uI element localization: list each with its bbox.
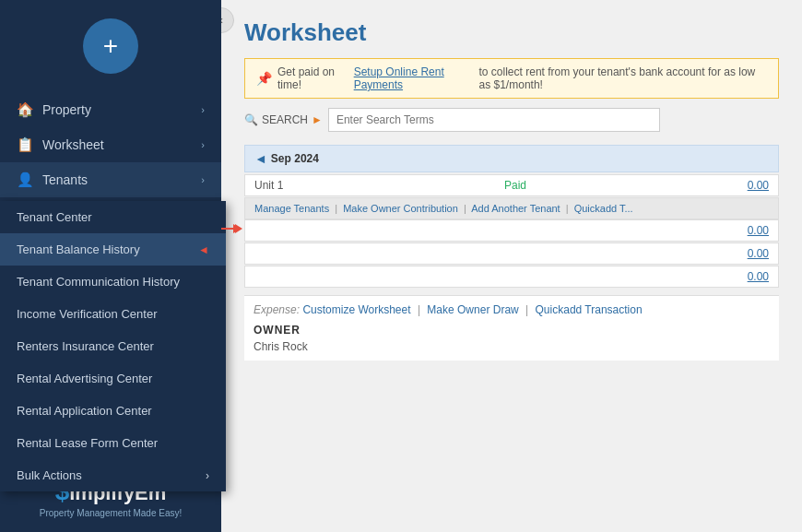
data-row-4: 0.00	[244, 266, 779, 288]
red-arrow-indicator	[221, 228, 235, 230]
prev-month-button[interactable]: ◄	[254, 151, 267, 166]
sidebar-item-tenants[interactable]: 👤 Tenants ›	[0, 162, 221, 197]
amount-link-4[interactable]: 0.00	[748, 270, 769, 283]
search-icon: 🔍	[244, 113, 258, 126]
add-another-tenant-link[interactable]: Add Another Tenant	[471, 203, 560, 214]
chevron-right-icon: ›	[201, 104, 205, 115]
sidebar-item-label: Worksheet	[42, 137, 104, 152]
alert-text: Get paid on time!	[277, 65, 348, 91]
owner-name: Chris Rock	[254, 340, 770, 353]
owner-section: OWNER Chris Rock	[254, 324, 770, 353]
owner-section-label: OWNER	[254, 324, 770, 337]
expense-label: Expense:	[254, 303, 300, 316]
amount-link-2[interactable]: 0.00	[748, 224, 769, 237]
sidebar-item-worksheet[interactable]: 📋 Worksheet ›	[0, 127, 221, 162]
data-row-3: 0.00	[244, 242, 779, 265]
home-icon: 🏠	[17, 101, 33, 118]
make-owner-contribution-link[interactable]: Make Owner Contribution	[343, 203, 458, 214]
dropdown-item-rental-advertising[interactable]: Rental Advertising Center	[0, 362, 226, 395]
search-input[interactable]	[328, 108, 660, 132]
sidebar-item-property[interactable]: 🏠 Property ›	[0, 92, 221, 127]
dropdown-item-income-verification[interactable]: Income Verification Center	[0, 298, 226, 330]
action-links-row: Manage Tenants | Make Owner Contribution…	[244, 197, 779, 219]
dropdown-item-rental-lease-form[interactable]: Rental Lease Form Center	[0, 427, 226, 459]
search-arrow: ►	[312, 113, 323, 126]
month-label: Sep 2024	[271, 152, 319, 165]
tenants-dropdown: Tenant Center Tenant Balance History ◄ T…	[0, 201, 226, 491]
tenants-icon: 👤	[17, 171, 33, 188]
data-row-2: 0.00	[244, 219, 779, 242]
main-content: ‹ Worksheet 📌 Get paid on time! Setup On…	[221, 0, 802, 532]
manage-tenants-link[interactable]: Manage Tenants	[254, 203, 329, 214]
dropdown-item-tenant-communication-history[interactable]: Tenant Communication History	[0, 266, 226, 298]
chevron-right-icon: ›	[201, 139, 205, 150]
chevron-right-icon: ›	[201, 174, 205, 185]
add-button[interactable]: +	[83, 18, 138, 74]
amount-link[interactable]: 0.00	[748, 179, 769, 192]
expense-links: Expense: Customize Worksheet | Make Owne…	[254, 303, 770, 316]
worksheet-icon: 📋	[17, 136, 33, 153]
sidebar: + 🏠 Property › 📋 Worksheet › 👤 Tenants ›	[0, 0, 221, 532]
dropdown-item-tenant-balance-history[interactable]: Tenant Balance History ◄	[0, 233, 226, 266]
main-inner: Worksheet 📌 Get paid on time! Setup Onli…	[221, 0, 802, 379]
arrow-indicator: ◄	[198, 243, 209, 256]
setup-payments-link[interactable]: Setup Online Rent Payments	[354, 65, 474, 91]
customize-worksheet-link[interactable]: Customize Worksheet	[302, 303, 410, 316]
make-owner-draw-link[interactable]: Make Owner Draw	[427, 303, 518, 316]
sidebar-item-label: Tenants	[42, 172, 88, 187]
bottom-section: Expense: Customize Worksheet | Make Owne…	[244, 295, 779, 361]
alert-bar: 📌 Get paid on time! Setup Online Rent Pa…	[244, 58, 779, 99]
page-title: Worksheet	[244, 18, 779, 47]
chevron-right-icon: ›	[206, 469, 209, 482]
quickadd-link[interactable]: Quickadd T...	[574, 203, 633, 214]
logo-tagline: Property Management Made Easy!	[14, 508, 207, 518]
amount-link-3[interactable]: 0.00	[748, 247, 769, 260]
unit-label: Unit 1	[254, 179, 283, 192]
dropdown-item-bulk-actions[interactable]: Bulk Actions ›	[0, 459, 226, 491]
alert-icon: 📌	[256, 71, 272, 86]
dropdown-item-rental-application[interactable]: Rental Application Center	[0, 395, 226, 427]
data-row-unit1: Unit 1 Paid 0.00	[244, 174, 779, 196]
search-label: 🔍 SEARCH ►	[244, 113, 323, 126]
search-bar: 🔍 SEARCH ►	[244, 108, 779, 132]
paid-status: Paid	[504, 179, 526, 192]
quickadd-transaction-link[interactable]: Quickadd Transaction	[536, 303, 643, 316]
dropdown-item-tenant-center[interactable]: Tenant Center	[0, 201, 226, 233]
alert-rest: to collect rent from your tenant's bank …	[479, 65, 767, 91]
dropdown-item-renters-insurance[interactable]: Renters Insurance Center	[0, 330, 226, 362]
table-header-row: ◄ Sep 2024	[244, 145, 779, 172]
sidebar-item-label: Property	[42, 102, 91, 117]
